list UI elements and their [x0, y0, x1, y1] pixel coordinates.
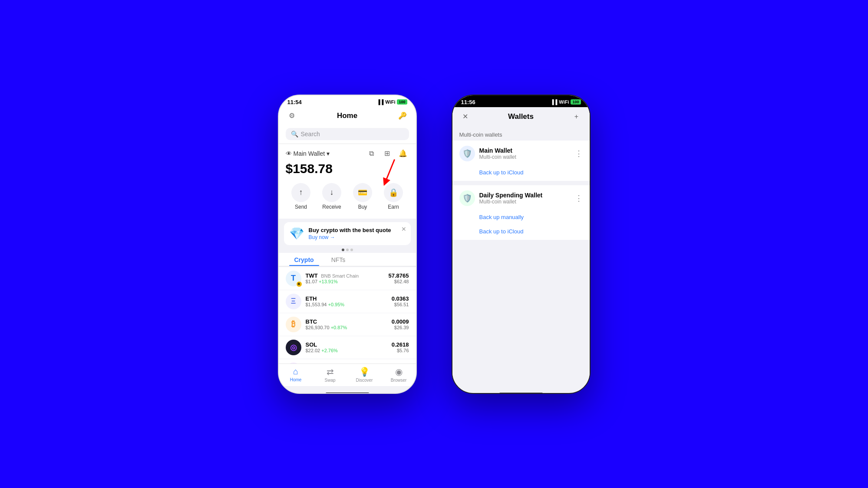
eth-logo: Ξ: [286, 294, 301, 309]
banner-close-button[interactable]: ✕: [401, 226, 406, 233]
signal-icon: ▐▐: [377, 99, 384, 105]
multi-coin-label: Multi-coin wallets: [452, 126, 590, 141]
send-button[interactable]: ↑ Send: [291, 183, 310, 210]
browser-nav-icon: ◉: [395, 367, 403, 377]
eth-name: ETH: [306, 295, 387, 302]
dot-2: [346, 249, 349, 251]
tab-crypto[interactable]: Crypto: [286, 253, 323, 266]
search-placeholder: Search: [301, 131, 320, 138]
list-item[interactable]: Ξ ETH $1,553.94 +0.95% 0.0363 $56.51: [279, 290, 416, 313]
daily-wallet-manual-link[interactable]: Back up manually: [452, 211, 590, 226]
discover-nav-icon: 💡: [359, 367, 370, 377]
search-icon: 🔍: [291, 131, 298, 138]
sol-price: $22.02 +2.76%: [306, 348, 387, 353]
main-wallet-card: 🛡️ Main Wallet Multi-coin wallet ⋮ Back …: [452, 141, 590, 181]
dropdown-icon[interactable]: ▾: [327, 150, 330, 157]
tab-nfts[interactable]: NFTs: [323, 253, 354, 266]
list-item[interactable]: ◎ SOL $22.02 +2.76% 0.2618 $5.76: [279, 336, 416, 359]
main-wallet-menu[interactable]: ⋮: [575, 149, 583, 158]
twt-name: TWT BNB Smart Chain: [306, 272, 384, 279]
receive-label: Receive: [322, 204, 341, 210]
wallets-header: ✕ Wallets +: [452, 107, 590, 126]
sol-values: 0.2618 $5.76: [392, 341, 409, 353]
status-bar-left: 11:54 ▐▐ WiFi 100: [279, 95, 416, 107]
home-nav-icon: ⌂: [293, 367, 298, 377]
chain-badge: B: [296, 281, 302, 287]
buy-button[interactable]: 💳 Buy: [353, 183, 372, 210]
twt-values: 57.8765 $62.48: [389, 272, 409, 284]
nav-home[interactable]: ⌂ Home: [279, 367, 313, 383]
screen-left: ⚙ Home 🔑 🔍 Search 👁 Main Wallet ▾: [279, 107, 416, 391]
battery-badge-right: 100: [571, 99, 581, 105]
daily-wallet-menu[interactable]: ⋮: [575, 193, 583, 203]
twt-chain: BNB Smart Chain: [321, 273, 359, 278]
phone-left: 11:54 ▐▐ WiFi 100 ⚙ Home 🔑 🔍 Search: [278, 95, 417, 394]
action-buttons: ↑ Send ↓ Receive 💳 Buy 🔒 Earn: [286, 180, 409, 213]
search-input[interactable]: 🔍 Search: [286, 128, 409, 140]
list-item[interactable]: ₿ BTC $26,930.70 +0.87% 0.0009 $26.39: [279, 313, 416, 336]
buy-now-link[interactable]: Buy now →: [309, 234, 406, 240]
daily-wallet-info: Daily Spending Wallet Multi-coin wallet: [479, 192, 571, 205]
earn-label: Earn: [388, 204, 399, 210]
sol-logo: ◎: [286, 340, 301, 355]
send-label: Send: [295, 204, 307, 210]
wallet-section: 👁 Main Wallet ▾ ⧉ ⊞ 🔔 $158.78 ↑ Se: [279, 144, 416, 219]
wallet-divider: [452, 182, 590, 185]
signal-icon-right: ▐▐: [551, 99, 558, 105]
earn-button[interactable]: 🔒 Earn: [384, 183, 403, 210]
nav-browser[interactable]: ◉ Browser: [382, 367, 416, 383]
wifi-icon: WiFi: [385, 99, 395, 105]
swap-nav-label: Swap: [324, 378, 335, 383]
wallet-actions-row: ⧉ ⊞ 🔔: [366, 147, 409, 160]
eye-icon: 👁: [286, 150, 292, 157]
qr-button[interactable]: ⊞: [381, 147, 393, 160]
btc-name: BTC: [306, 318, 387, 325]
list-item[interactable]: T B TWT BNB Smart Chain $1.07 +13.91%: [279, 267, 416, 290]
copy-button[interactable]: ⧉: [366, 147, 378, 160]
status-icons-left: ▐▐ WiFi 100: [377, 99, 407, 105]
send-icon-circle: ↑: [291, 183, 310, 202]
swap-nav-icon: ⇄: [327, 367, 334, 377]
settings-button[interactable]: ⚙: [286, 110, 298, 122]
btc-price: $26,930.70 +0.87%: [306, 325, 387, 330]
btc-amount: 0.0009: [392, 318, 409, 325]
main-wallet-info: Main Wallet Multi-coin wallet: [479, 147, 571, 160]
home-header: ⚙ Home 🔑: [279, 107, 416, 125]
daily-wallet-sub: Multi-coin wallet: [479, 199, 571, 205]
receive-button[interactable]: ↓ Receive: [322, 183, 341, 210]
page-title: Home: [337, 111, 357, 120]
status-bar-right: 11:56 ▐▐ WiFi 100: [452, 95, 590, 107]
daily-wallet-icloud-link[interactable]: Back up to iCloud: [452, 226, 590, 240]
nav-discover[interactable]: 💡 Discover: [347, 367, 382, 383]
browser-nav-label: Browser: [391, 378, 407, 383]
bottom-nav: ⌂ Home ⇄ Swap 💡 Discover ◉ Browser: [279, 364, 416, 386]
main-wallet-icloud-link[interactable]: Back up to iCloud: [452, 167, 590, 181]
btc-info: BTC $26,930.70 +0.87%: [306, 318, 387, 330]
add-wallet-button[interactable]: +: [570, 111, 582, 123]
daily-wallet-shield: 🛡️: [459, 190, 475, 206]
wallet-name-label[interactable]: Main Wallet: [294, 150, 325, 157]
promo-banner: 💎 Buy crypto with the best quote Buy now…: [284, 222, 411, 245]
wallet-row: 👁 Main Wallet ▾ ⧉ ⊞ 🔔: [286, 147, 409, 160]
banner-title: Buy crypto with the best quote: [309, 227, 406, 233]
buy-icon-circle: 💳: [353, 183, 372, 202]
daily-wallet-header: 🛡️ Daily Spending Wallet Multi-coin wall…: [452, 185, 590, 211]
twt-usd: $62.48: [389, 279, 409, 284]
key-button[interactable]: 🔑: [396, 110, 409, 122]
sol-info: SOL $22.02 +2.76%: [306, 341, 387, 353]
nav-swap[interactable]: ⇄ Swap: [313, 367, 347, 383]
eth-amount: 0.0363: [392, 295, 409, 302]
btc-logo: ₿: [286, 317, 301, 332]
btc-values: 0.0009 $26.39: [392, 318, 409, 330]
discover-nav-label: Discover: [356, 378, 373, 383]
banner-icon: 💎: [289, 226, 304, 241]
screen-right: ✕ Wallets + Multi-coin wallets 🛡️ Main W…: [452, 107, 590, 391]
daily-wallet-name: Daily Spending Wallet: [479, 192, 571, 199]
status-icons-right: ▐▐ WiFi 100: [551, 99, 581, 105]
close-button[interactable]: ✕: [459, 111, 472, 123]
btc-usd: $26.39: [392, 325, 409, 330]
phones-container: 11:54 ▐▐ WiFi 100 ⚙ Home 🔑 🔍 Search: [278, 95, 591, 394]
bell-button[interactable]: 🔔: [397, 147, 409, 160]
home-indicator-left: [326, 393, 369, 394]
sol-usd: $5.76: [392, 348, 409, 353]
